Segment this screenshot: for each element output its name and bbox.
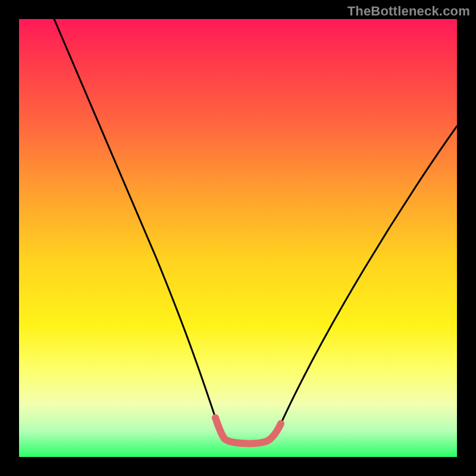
curve-layer [19, 19, 457, 457]
chart-frame: TheBottleneck.com [0, 0, 476, 476]
watermark-text: TheBottleneck.com [347, 4, 470, 19]
flat-minimum-accent [215, 418, 281, 443]
bottleneck-curve-path [54, 19, 457, 443]
plot-area [19, 19, 457, 457]
